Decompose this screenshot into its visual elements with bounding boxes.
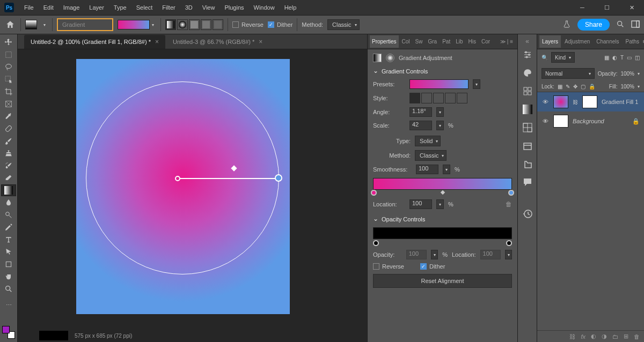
tab-properties[interactable]: Properties bbox=[370, 35, 399, 48]
style-angle-icon[interactable] bbox=[189, 19, 200, 30]
link-layers-icon[interactable]: ⛓ bbox=[569, 333, 575, 340]
canvas[interactable] bbox=[18, 49, 367, 329]
opacity-stop-track[interactable] bbox=[373, 240, 512, 246]
history-brush-tool[interactable] bbox=[1, 160, 16, 172]
blend-mode-select[interactable]: Normal▾ bbox=[541, 68, 595, 79]
layer-name[interactable]: Background bbox=[573, 118, 604, 124]
opacity-caret[interactable]: ▾ bbox=[431, 250, 438, 259]
layer-name[interactable]: Gradient Fill 1 bbox=[602, 99, 638, 105]
lasso-tool[interactable] bbox=[1, 61, 16, 73]
prop-reverse-checkbox[interactable]: Reverse bbox=[373, 263, 404, 270]
actions-dock-icon[interactable] bbox=[521, 158, 534, 170]
filter-adjust-icon[interactable]: ◐ bbox=[612, 55, 617, 61]
mask-add-icon[interactable]: ◐ bbox=[591, 333, 596, 340]
tab-paths[interactable]: Paths bbox=[623, 35, 642, 48]
libraries-dock-icon[interactable] bbox=[521, 139, 534, 152]
lock-trans-icon[interactable]: ▦ bbox=[558, 84, 562, 90]
gradient-end-handle[interactable] bbox=[275, 174, 282, 182]
frame-tool[interactable] bbox=[1, 98, 16, 110]
fx-icon[interactable]: fx bbox=[581, 333, 586, 340]
layer-row[interactable]: 👁 Background 🔒 bbox=[537, 111, 644, 131]
filter-type-icon[interactable]: T bbox=[620, 55, 624, 61]
opacity-location-caret[interactable]: ▾ bbox=[505, 250, 512, 259]
share-button[interactable]: Share bbox=[577, 19, 610, 31]
layer-mask-thumb[interactable] bbox=[582, 95, 597, 108]
document-tab[interactable]: Untitled-2 @ 100% (Gradient Fill 1, RGB/… bbox=[24, 35, 165, 49]
opacity-stop-end[interactable] bbox=[506, 240, 512, 246]
color-stop-start[interactable] bbox=[371, 190, 377, 196]
gradient-widget-line[interactable] bbox=[179, 178, 277, 179]
tab-adjustments[interactable]: Adjustmen bbox=[562, 35, 592, 48]
healing-tool[interactable] bbox=[1, 123, 16, 135]
window-close[interactable]: ✕ bbox=[619, 0, 644, 15]
smoothness-caret[interactable]: ▾ bbox=[443, 165, 450, 174]
prop-style-angle-icon[interactable] bbox=[433, 93, 444, 103]
menu-filter[interactable]: Filter bbox=[158, 2, 179, 13]
move-tool[interactable] bbox=[1, 36, 16, 48]
visibility-icon[interactable]: 👁 bbox=[541, 118, 549, 124]
prop-method-select[interactable]: Classic▾ bbox=[415, 150, 447, 161]
object-select-tool[interactable] bbox=[1, 73, 16, 85]
style-radial-icon[interactable] bbox=[177, 19, 188, 30]
type-tool[interactable] bbox=[1, 234, 16, 246]
method-select[interactable]: Classic▾ bbox=[327, 19, 359, 30]
kind-search-icon[interactable]: 🔍 bbox=[541, 55, 548, 61]
dither-checkbox[interactable]: ✓Dither bbox=[268, 21, 292, 28]
adjustment-add-icon[interactable]: ◑ bbox=[602, 333, 607, 340]
marquee-tool[interactable] bbox=[1, 49, 16, 61]
menu-window[interactable]: Window bbox=[250, 2, 279, 13]
gradient-start-handle[interactable] bbox=[175, 176, 180, 181]
menu-view[interactable]: View bbox=[199, 2, 219, 13]
clone-stamp-tool[interactable] bbox=[1, 147, 16, 159]
delete-stop-icon[interactable]: 🗑 bbox=[506, 200, 512, 208]
style-diamond-icon[interactable] bbox=[213, 19, 223, 30]
filter-smart-icon[interactable]: ◫ bbox=[635, 55, 640, 61]
prop-style-reflected-icon[interactable] bbox=[445, 93, 456, 103]
eyedropper-tool[interactable] bbox=[1, 110, 16, 122]
lock-all-icon[interactable]: 🔒 bbox=[589, 84, 595, 90]
pen-tool[interactable] bbox=[1, 221, 16, 233]
shape-tool[interactable] bbox=[1, 258, 16, 270]
patterns-dock-icon[interactable] bbox=[521, 121, 534, 134]
style-reflected-icon[interactable] bbox=[201, 19, 211, 30]
color-midpoint[interactable] bbox=[440, 190, 444, 195]
scale-input[interactable]: 42 bbox=[409, 121, 432, 130]
group-icon[interactable]: 🗀 bbox=[612, 333, 618, 340]
lock-paint-icon[interactable]: ✎ bbox=[566, 84, 570, 90]
layer-opacity-value[interactable]: 100% bbox=[620, 71, 634, 77]
gradient-tool[interactable] bbox=[1, 184, 16, 196]
smoothness-input[interactable]: 100 bbox=[416, 165, 438, 174]
gradient-editor-bar[interactable] bbox=[373, 178, 512, 190]
visibility-icon[interactable]: 👁 bbox=[541, 99, 549, 105]
reverse-checkbox[interactable]: Reverse bbox=[232, 21, 264, 28]
tool-preset-caret[interactable]: ▾ bbox=[41, 20, 48, 29]
presets-preview[interactable] bbox=[409, 79, 469, 89]
opacity-location-input[interactable]: 100 bbox=[480, 250, 501, 259]
style-linear-icon[interactable] bbox=[165, 19, 176, 30]
prop-style-radial-icon[interactable] bbox=[421, 93, 432, 103]
opacity-editor-bar[interactable] bbox=[373, 227, 512, 239]
prop-style-linear-icon[interactable] bbox=[409, 93, 420, 103]
document-tab[interactable]: Untitled-3 @ 66.7% (RGB/8#) *× bbox=[166, 35, 269, 49]
search-icon[interactable] bbox=[616, 20, 625, 29]
fill-value[interactable]: 100% bbox=[620, 84, 634, 90]
menu-plugins[interactable]: Plugins bbox=[221, 2, 247, 13]
workspace-icon[interactable] bbox=[631, 20, 640, 29]
menu-type[interactable]: Type bbox=[110, 2, 130, 13]
color-palette-icon[interactable] bbox=[521, 66, 534, 79]
layer-row[interactable]: 👁 ⛓ Gradient Fill 1 bbox=[537, 92, 644, 111]
type-select[interactable]: Solid▾ bbox=[415, 136, 441, 146]
opacity-input[interactable]: 100 bbox=[406, 250, 427, 259]
eraser-tool[interactable] bbox=[1, 172, 16, 184]
window-minimize[interactable]: ─ bbox=[570, 0, 595, 15]
artboard[interactable] bbox=[76, 59, 290, 314]
menu-image[interactable]: Image bbox=[60, 2, 84, 13]
close-tab-icon[interactable]: × bbox=[259, 38, 262, 46]
tab-channels[interactable]: Channels bbox=[594, 35, 621, 48]
filter-shape-icon[interactable]: ▭ bbox=[627, 55, 632, 61]
angle-input[interactable]: 1.18° bbox=[409, 107, 432, 117]
tab-layers[interactable]: Layers bbox=[539, 35, 561, 48]
gradient-preview-caret[interactable]: ▾ bbox=[150, 20, 156, 29]
menu-select[interactable]: Select bbox=[133, 2, 157, 13]
lock-icon[interactable]: 🔒 bbox=[632, 118, 640, 125]
